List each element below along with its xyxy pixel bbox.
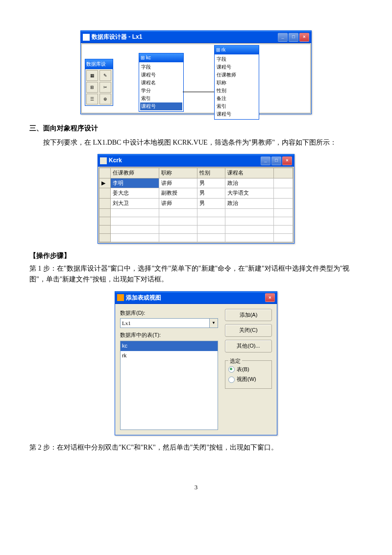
radio-table[interactable]: 表(B) <box>228 365 269 374</box>
data-grid: 任课教师 职称 性别 课程名 ▶ 李明 讲师 男 政治 姜大忠 <box>99 168 293 242</box>
titlebar: 添加表或视图 × <box>115 292 277 304</box>
toolbox-button[interactable]: ☰ <box>86 94 98 104</box>
add-button[interactable]: 添加(A) <box>225 309 272 322</box>
col-header[interactable]: 任课教师 <box>111 168 159 178</box>
radio-icon[interactable] <box>228 366 235 373</box>
close-button[interactable]: 关闭(C) <box>225 324 272 337</box>
col-header[interactable]: 职称 <box>159 168 197 178</box>
table-panel-kc[interactable]: kc 字段 课程号 课程名 学分 索引 课程号 <box>139 53 184 112</box>
other-button[interactable]: 其他(O)... <box>225 340 272 353</box>
cell[interactable]: 讲师 <box>159 198 197 208</box>
toolbox-button[interactable]: ⊞ <box>86 82 98 93</box>
group-title: 选定 <box>228 357 242 366</box>
field-item: 课程号 <box>216 63 258 71</box>
window-title: 数据库设计器 - Lx1 <box>92 32 278 42</box>
field-item: 索引 <box>140 95 182 102</box>
cell[interactable]: 姜大忠 <box>111 188 159 199</box>
toolbox-button[interactable]: ✂ <box>99 82 111 93</box>
list-item[interactable]: rk <box>121 351 218 361</box>
app-icon <box>83 34 90 41</box>
table-panel-rk[interactable]: rk 字段 课程号 任课教师 职称 性别 备注 索引 课程号 <box>214 45 259 120</box>
cell[interactable]: 男 <box>197 178 225 188</box>
field-item: 学分 <box>140 87 182 95</box>
dialog-title: 添加表或视图 <box>126 293 265 303</box>
table-row <box>99 217 293 225</box>
table-title: rk <box>215 46 259 54</box>
minimize-icon[interactable]: _ <box>261 156 270 165</box>
relation-line <box>183 92 214 92</box>
cell[interactable]: 李明 <box>111 178 159 188</box>
step-text: 第 1 步：在"数据库设计器"窗口中，选择"文件"菜单下的"新建"命令，在"新建… <box>29 263 363 285</box>
table-row[interactable]: 姜大忠 副教授 男 大学语文 <box>99 188 293 199</box>
toolbox-button[interactable]: ▦ <box>86 70 98 81</box>
table-row[interactable]: 刘大卫 讲师 男 政治 <box>99 198 293 208</box>
titlebar: Kcrk _ □ × <box>98 154 294 167</box>
field-item: 职称 <box>216 79 258 87</box>
col-header[interactable]: 课程名 <box>225 168 274 178</box>
col-header <box>274 168 293 178</box>
page-number: 3 <box>29 482 363 493</box>
radio-view[interactable]: 视图(W) <box>228 375 269 384</box>
close-icon[interactable]: × <box>282 156 292 165</box>
col-header[interactable]: 性别 <box>197 168 225 178</box>
db-combo-input[interactable] <box>121 319 209 328</box>
paragraph: 按下列要求，在 LX1.DBC 中设计本地视图 KCRK.VUE，筛选条件为"男… <box>29 137 363 148</box>
field-item: 课程号 <box>140 71 182 79</box>
list-item[interactable]: kc <box>121 341 218 351</box>
field-item: 任课教师 <box>216 71 258 79</box>
table-row <box>99 225 293 233</box>
toolbox-title: 数据库设 <box>85 59 113 69</box>
table-row[interactable]: ▶ 李明 讲师 男 政治 <box>99 178 293 188</box>
cell[interactable]: 政治 <box>225 178 274 188</box>
minimize-icon[interactable]: _ <box>278 33 288 42</box>
table-row <box>99 208 293 217</box>
cell[interactable]: 刘大卫 <box>111 198 159 208</box>
field-item: 课程号 <box>216 110 258 118</box>
toolbox: 数据库设 ▦ ✎ ⊞ ✂ ☰ ⊕ <box>85 59 113 106</box>
titlebar: 数据库设计器 - Lx1 _ □ × <box>81 31 311 43</box>
step-text: 第 2 步：在对话框中分别双击"KC"和"RK"，然后单击"关闭"按钮，出现如下… <box>29 442 363 453</box>
field-item: 字段 <box>140 63 182 71</box>
cell[interactable]: 讲师 <box>159 178 197 188</box>
toolbox-button[interactable]: ✎ <box>99 70 111 81</box>
section-heading: 三、面向对象程序设计 <box>29 123 363 134</box>
cell[interactable]: 男 <box>197 198 225 208</box>
chevron-down-icon[interactable]: ▼ <box>209 319 218 328</box>
maximize-icon[interactable]: □ <box>271 156 281 165</box>
fox-icon <box>117 294 124 301</box>
row-pointer-icon: ▶ <box>99 178 111 188</box>
toolbox-button[interactable]: ⊕ <box>99 94 111 104</box>
field-item: 备注 <box>216 95 258 102</box>
cell[interactable]: 男 <box>197 188 225 199</box>
table-row <box>99 233 293 242</box>
add-table-dialog: 添加表或视图 × 数据库(D): ▼ 数据库中的表(T): kc rk 添加(A… <box>115 291 277 435</box>
close-icon[interactable]: × <box>265 293 275 302</box>
tables-listbox[interactable]: kc rk <box>120 341 218 430</box>
radio-icon[interactable] <box>228 377 235 383</box>
db-designer-window: 数据库设计器 - Lx1 _ □ × 数据库设 ▦ ✎ ⊞ ✂ ☰ ⊕ k <box>80 30 312 114</box>
field-item: 课程号 <box>140 102 182 110</box>
window-title: Kcrk <box>109 156 261 165</box>
cell[interactable]: 政治 <box>225 198 274 208</box>
steps-title: 【操作步骤】 <box>29 251 363 261</box>
cell[interactable]: 副教授 <box>159 188 197 199</box>
tables-label: 数据库中的表(T): <box>120 331 218 340</box>
db-combo[interactable]: ▼ <box>120 318 218 328</box>
corner-cell <box>99 168 111 178</box>
db-label: 数据库(D): <box>120 309 218 318</box>
close-icon[interactable]: × <box>299 33 309 42</box>
select-groupbox: 选定 表(B) 视图(W) <box>225 360 272 389</box>
radio-label: 表(B) <box>237 365 249 374</box>
cell <box>274 178 293 188</box>
field-item: 性别 <box>216 87 258 95</box>
field-item: 课程名 <box>140 79 182 87</box>
radio-label: 视图(W) <box>237 375 256 384</box>
maximize-icon[interactable]: □ <box>289 33 298 42</box>
app-icon <box>100 157 107 164</box>
field-item: 字段 <box>216 55 258 63</box>
cell[interactable]: 大学语文 <box>225 188 274 199</box>
table-title: kc <box>139 53 183 62</box>
dialog-body: 数据库(D): ▼ 数据库中的表(T): kc rk 添加(A) 关闭(C) 其… <box>115 304 277 435</box>
designer-canvas: 数据库设 ▦ ✎ ⊞ ✂ ☰ ⊕ kc 字段 课程号 课程名 学分 索引 <box>81 44 311 113</box>
field-item: 索引 <box>216 102 258 110</box>
